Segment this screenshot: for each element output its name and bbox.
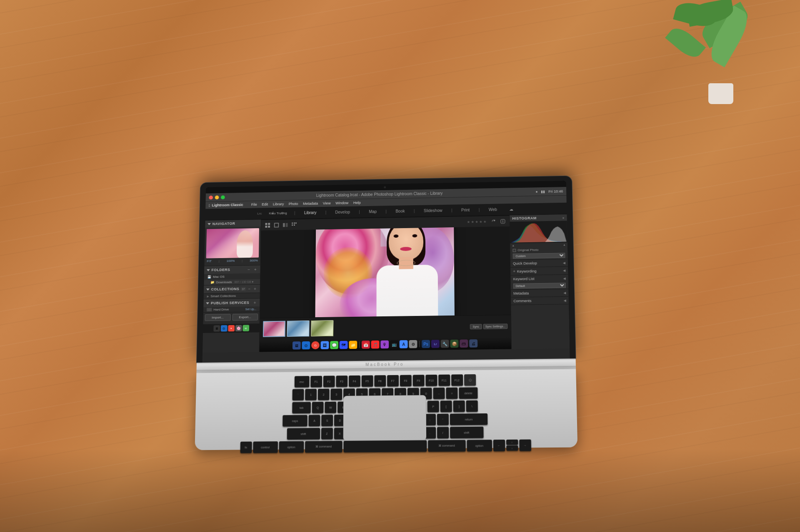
filmstrip-thumb-1[interactable]	[263, 321, 285, 337]
original-photo-checkbox[interactable]	[512, 249, 516, 252]
dock-lightroom-icon[interactable]: Lr	[431, 340, 440, 348]
key-command-left[interactable]: ⌘ command	[305, 441, 342, 452]
dock-chrome[interactable]: ●	[228, 325, 235, 332]
histogram-expand[interactable]: ▸	[562, 216, 564, 219]
key-s[interactable]: S	[321, 415, 333, 426]
export-button[interactable]: Export...	[232, 313, 258, 321]
module-slideshow[interactable]: Slideshow	[422, 207, 444, 214]
set-up-link[interactable]: Set Up...	[245, 308, 257, 311]
dock-photos-icon[interactable]: 🖼	[321, 341, 329, 349]
quick-develop-header[interactable]: Quick Develop ◀	[510, 259, 568, 267]
publish-plus[interactable]: +	[252, 300, 258, 305]
folders-header[interactable]: Folders − +	[204, 265, 260, 274]
key-q[interactable]: Q	[312, 402, 324, 413]
dock-finder-icon[interactable]: 🖥	[292, 341, 301, 350]
key-p[interactable]: P	[428, 401, 439, 413]
dock-photos[interactable]: 🌸	[235, 325, 242, 332]
keywording-header[interactable]: + Keywording ◀	[510, 267, 568, 275]
dock-chrome-icon[interactable]: G	[311, 341, 320, 350]
collections-minus[interactable]: −	[247, 286, 252, 291]
comments-header[interactable]: Comments ◀	[511, 297, 569, 305]
menu-view[interactable]: View	[323, 201, 331, 205]
collections-header[interactable]: Collections 37 − +	[204, 285, 260, 293]
user-label[interactable]: Kiều Trường	[269, 211, 287, 215]
filmstrip-thumb-2[interactable]	[287, 321, 310, 337]
custom-select[interactable]: Custom	[513, 253, 565, 259]
key-lbracket[interactable]: [	[440, 400, 452, 412]
key-esc[interactable]: esc	[294, 376, 309, 388]
close-button[interactable]	[209, 195, 213, 199]
dock-app1-icon[interactable]: 🔧	[441, 340, 449, 348]
smart-collections-item[interactable]: ▶ Smart Collections	[204, 293, 260, 299]
key-f5[interactable]: F5	[361, 375, 373, 387]
key-minus[interactable]: -	[433, 388, 445, 399]
module-print[interactable]: Print	[460, 207, 471, 213]
key-equals[interactable]: =	[446, 388, 458, 399]
key-f12[interactable]: F12	[451, 374, 463, 386]
key-arrow-left[interactable]: ←	[493, 440, 505, 451]
key-w[interactable]: W	[325, 402, 336, 413]
lightroom-app[interactable]: Lightroom Catalog.lrcat - Adobe Photosho…	[202, 187, 570, 363]
zoom-300[interactable]: 300%	[250, 259, 258, 262]
key-f2[interactable]: F2	[323, 375, 335, 387]
folders-minus[interactable]: −	[246, 267, 251, 272]
menu-photo[interactable]: Photo	[289, 202, 298, 206]
module-develop[interactable]: Develop	[334, 209, 352, 215]
hard-drive-item[interactable]: — Hard Drive Set Up...	[203, 306, 260, 312]
grid-view-btn[interactable]	[265, 222, 271, 228]
key-tab[interactable]: tab	[292, 402, 311, 413]
key-option-left[interactable]: option	[279, 441, 304, 453]
key-f10[interactable]: F10	[425, 375, 437, 386]
dock-appstore-icon[interactable]: A	[400, 340, 408, 348]
dock-prefs-icon[interactable]: ⚙	[409, 340, 417, 348]
key-command-right[interactable]: ⌘ command	[428, 440, 466, 452]
key-delete[interactable]: delete	[459, 387, 478, 399]
power-key[interactable]: ⏻	[464, 374, 475, 386]
module-library[interactable]: Library	[302, 210, 318, 216]
menu-metadata[interactable]: Metadata	[303, 201, 318, 206]
menu-help[interactable]: Help	[353, 201, 361, 205]
dock-messages[interactable]: ✉	[242, 325, 249, 331]
menu-edit[interactable]: Edit	[262, 202, 268, 206]
folder-downloads[interactable]: 📁 Downloads 897 / 130 GB ▾	[204, 279, 260, 285]
key-shift-left[interactable]: shift	[287, 428, 320, 440]
key-option-right[interactable]: option	[467, 440, 492, 451]
sync-settings-button[interactable]: Sync Settings...	[483, 323, 508, 329]
key-arrow-right[interactable]: →	[519, 440, 531, 451]
module-map[interactable]: Map	[367, 209, 378, 215]
module-book[interactable]: Book	[394, 208, 407, 214]
key-f11[interactable]: F11	[438, 375, 450, 386]
key-f3[interactable]: F3	[336, 375, 348, 387]
module-web[interactable]: Web	[487, 206, 499, 213]
key-f1[interactable]: F1	[310, 376, 322, 388]
default-select[interactable]: Default	[513, 283, 566, 288]
sync-button[interactable]: Sync	[470, 324, 482, 329]
key-backslash[interactable]: \	[466, 400, 478, 412]
key-capslock[interactable]: caps	[282, 415, 308, 427]
dock-photoshop-icon[interactable]: Ps	[422, 340, 430, 348]
key-space[interactable]	[343, 440, 427, 452]
key-rbracket[interactable]: ]	[453, 400, 465, 412]
info-btn[interactable]	[500, 218, 506, 224]
dock-maps-icon[interactable]: 🗺	[340, 341, 348, 349]
key-3[interactable]: 3	[330, 388, 342, 400]
key-backtick[interactable]: `	[292, 389, 304, 400]
metadata-header[interactable]: Metadata ◀	[511, 289, 568, 297]
dock-app4-icon[interactable]: 🖨	[469, 339, 478, 348]
dock-finder[interactable]: 🖥	[213, 325, 220, 331]
key-arrow-up[interactable]: ↑	[506, 440, 518, 445]
key-z[interactable]: Z	[321, 428, 332, 440]
key-f8[interactable]: F8	[400, 375, 411, 387]
dock-safari-icon[interactable]: ⊙	[302, 341, 310, 350]
key-2[interactable]: 2	[318, 389, 330, 400]
key-arrow-down[interactable]: ↓	[506, 445, 518, 451]
key-control[interactable]: control	[253, 441, 278, 453]
dock-calendar-icon[interactable]: 📅	[362, 341, 370, 349]
dock-messages-icon[interactable]: 💬	[330, 341, 338, 349]
fit-zoom[interactable]: FIT	[207, 259, 212, 263]
key-slash[interactable]: /	[437, 427, 448, 438]
key-a[interactable]: A	[309, 415, 320, 426]
rotate-btn[interactable]	[490, 218, 497, 224]
app-name[interactable]: Lightroom Classic	[212, 203, 243, 207]
key-1[interactable]: 1	[305, 389, 317, 400]
